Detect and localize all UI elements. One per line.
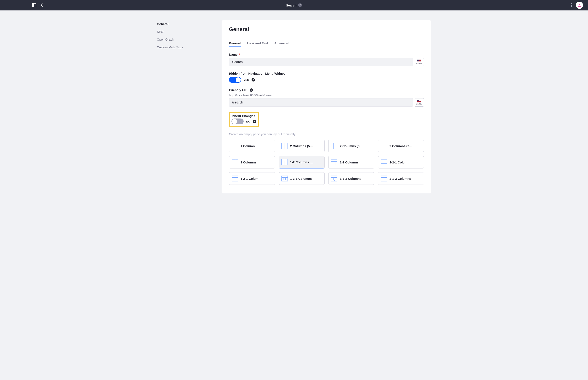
name-field: Name * en-US [229,53,424,66]
tab-general[interactable]: General [229,40,241,47]
us-flag-icon [417,59,421,62]
help-icon[interactable]: ? [298,3,302,7]
layout-option-label: 1-3-1 Columns [290,177,312,180]
inherit-highlight: Inherit Changes NO ? [229,112,259,127]
name-locale-button[interactable]: en-US [415,58,424,66]
us-flag-icon [417,100,421,102]
layout-thumb-icon [281,159,288,165]
layout-thumb-icon [381,143,387,149]
layout-thumb-icon [331,159,337,165]
inherit-help-icon[interactable]: ? [253,120,256,123]
layout-option-label: 1-2-1 Colum… [390,161,411,164]
layout-option[interactable]: 1-3-1 Columns [279,172,325,185]
friendly-url-field: Friendly URL ? http://localhost:8080/web… [229,88,424,107]
layout-option-label: 1-2 Columns … [340,161,363,164]
layout-thumb-icon [232,143,238,149]
layout-option-label: 1-2-1 Colum… [240,177,262,180]
hidden-field: Hidden from Navigation Menu Widget YES ? [229,72,424,83]
layout-option[interactable]: 1-2 Columns … [328,156,374,169]
layout-option-label: 2-1-2 Columns [390,177,411,180]
svg-rect-1 [32,3,34,7]
kebab-menu-icon[interactable] [571,3,572,7]
layout-option[interactable]: 3 Columns [229,156,275,169]
back-icon[interactable] [40,3,43,7]
app-header: Search ? [0,0,588,10]
friendly-url-locale-button[interactable]: en-US [415,98,424,107]
layout-option[interactable]: 2 Columns (5… [279,140,325,152]
page-header-title: Search [286,3,296,7]
hidden-toggle[interactable] [229,77,241,83]
panel-title: General [229,26,424,33]
layout-thumb-icon [232,159,238,165]
layout-option[interactable]: 1 Column [229,140,275,152]
inherit-toggle[interactable] [232,118,244,124]
friendly-url-label: Friendly URL [229,88,248,92]
layout-thumb-icon [381,159,387,165]
layout-thumb-icon [381,176,387,181]
svg-point-5 [579,4,580,5]
settings-panel: General General Look and Feel Advanced N… [222,20,431,193]
layout-option-label: 1 Column [240,144,255,148]
name-input[interactable] [229,58,413,66]
layout-hint: Create an empty page you can lay out man… [229,132,424,136]
sidebar-item-seo[interactable]: SEO [157,28,213,36]
layout-option-label: 2 Columns (3… [340,144,363,148]
layout-option-label: 1-3-2 Columns [340,177,361,180]
layout-thumb-icon [232,176,238,181]
layout-option[interactable]: 1-2-1 Colum… [378,156,424,169]
sidebar-item-custom-meta-tags[interactable]: Custom Meta Tags [157,43,213,51]
layout-thumb-icon [281,176,288,181]
sidebar-item-general[interactable]: General [157,20,213,28]
layout-option[interactable]: 1-2 Columns … [279,156,325,169]
settings-tabs: General Look and Feel Advanced [229,40,424,47]
svg-point-3 [571,5,572,6]
svg-point-2 [571,3,572,4]
settings-sidebar: General SEO Open Graph Custom Meta Tags [157,20,213,193]
layout-option[interactable]: 2 Columns (3… [328,140,374,152]
layout-thumb-icon [331,176,337,181]
tab-advanced[interactable]: Advanced [274,40,289,47]
required-asterisk: * [239,53,240,56]
layout-option[interactable]: 2 Columns (7… [378,140,424,152]
layout-thumb-icon [331,143,337,149]
sidebar-item-open-graph[interactable]: Open Graph [157,36,213,43]
layout-option-label: 2 Columns (5… [290,144,313,148]
name-label: Name [229,53,237,56]
tab-look-and-feel[interactable]: Look and Feel [247,40,268,47]
svg-point-4 [571,6,572,7]
inherit-field: Inherit Changes NO ? [229,112,424,127]
layout-option-label: 2 Columns (7… [390,144,412,148]
layout-thumb-icon [281,143,288,149]
locale-code: en-US [416,62,422,65]
friendly-url-input[interactable] [229,98,413,107]
panel-toggle-icon[interactable] [32,3,36,7]
locale-code: en-US [416,103,422,105]
layout-option-label: 1-2 Columns … [290,160,313,164]
layout-option[interactable]: 1-3-2 Columns [328,172,374,185]
hidden-label: Hidden from Navigation Menu Widget [229,72,285,75]
friendly-url-help-icon[interactable]: ? [250,88,253,92]
hidden-help-icon[interactable]: ? [252,78,255,81]
inherit-label: Inherit Changes [232,114,255,118]
layout-option[interactable]: 1-2-1 Colum… [229,172,275,185]
layout-option-label: 3 Columns [240,161,256,164]
layout-option[interactable]: 2-1-2 Columns [378,172,424,185]
hidden-toggle-state: YES [244,78,249,81]
user-avatar[interactable] [576,2,583,9]
inherit-toggle-state: NO [246,120,250,123]
layout-template-grid: 1 Column2 Columns (5…2 Columns (3…2 Colu… [229,140,424,185]
friendly-url-prefix: http://localhost:8080/web/guest [229,94,424,97]
